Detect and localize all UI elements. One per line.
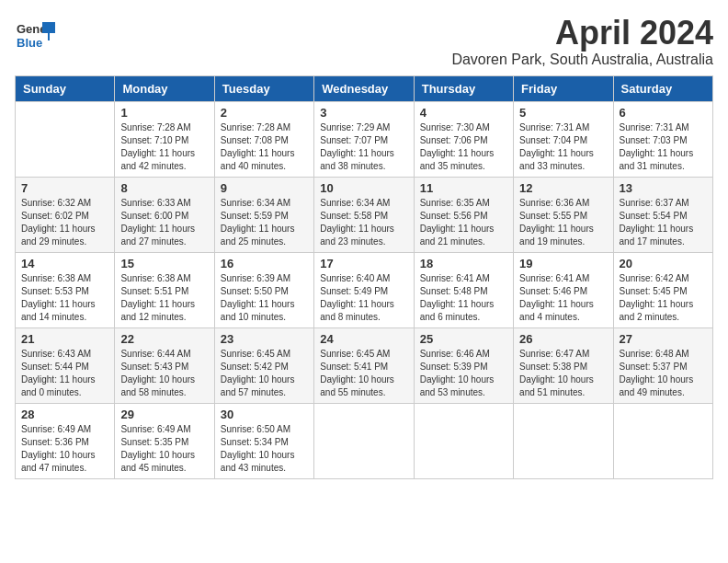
day-info: Sunrise: 6:41 AM Sunset: 5:46 PM Dayligh… [519,272,607,324]
day-number: 25 [420,332,507,346]
calendar-cell: 7Sunrise: 6:32 AM Sunset: 6:02 PM Daylig… [16,177,115,252]
calendar-cell: 20Sunrise: 6:42 AM Sunset: 5:45 PM Dayli… [613,252,712,327]
calendar-cell: 19Sunrise: 6:41 AM Sunset: 5:46 PM Dayli… [514,252,613,327]
calendar-cell: 3Sunrise: 7:29 AM Sunset: 7:07 PM Daylig… [314,101,414,177]
calendar-cell: 18Sunrise: 6:41 AM Sunset: 5:48 PM Dayli… [414,252,513,327]
day-number: 11 [420,181,507,195]
day-info: Sunrise: 6:32 AM Sunset: 6:02 PM Dayligh… [21,197,108,248]
month-title: April 2024 [451,15,713,52]
header-tuesday: Tuesday [214,75,313,101]
calendar-cell: 10Sunrise: 6:34 AM Sunset: 5:58 PM Dayli… [314,177,414,252]
header-sunday: Sunday [16,75,115,101]
day-info: Sunrise: 6:48 AM Sunset: 5:37 PM Dayligh… [620,348,707,399]
day-info: Sunrise: 6:38 AM Sunset: 5:53 PM Dayligh… [21,272,108,324]
day-number: 20 [620,257,707,270]
day-number: 6 [620,106,707,120]
day-info: Sunrise: 6:47 AM Sunset: 5:38 PM Dayligh… [519,348,607,399]
calendar-week-1: 1Sunrise: 7:28 AM Sunset: 7:10 PM Daylig… [16,101,713,177]
calendar-cell [314,403,414,478]
day-info: Sunrise: 6:34 AM Sunset: 5:59 PM Dayligh… [221,197,308,248]
day-number: 5 [519,106,607,120]
calendar-cell: 23Sunrise: 6:45 AM Sunset: 5:42 PM Dayli… [214,327,313,403]
day-info: Sunrise: 6:50 AM Sunset: 5:34 PM Dayligh… [221,423,308,475]
title-area: April 2024 Davoren Park, South Australia… [451,15,713,68]
day-info: Sunrise: 6:45 AM Sunset: 5:41 PM Dayligh… [320,348,407,399]
svg-marker-2 [42,22,55,40]
day-number: 21 [21,332,108,346]
day-number: 12 [519,181,607,195]
day-info: Sunrise: 6:38 AM Sunset: 5:51 PM Dayligh… [120,272,208,324]
location: Davoren Park, South Australia, Australia [451,52,713,68]
day-info: Sunrise: 6:42 AM Sunset: 5:45 PM Dayligh… [620,272,707,324]
calendar-week-5: 28Sunrise: 6:49 AM Sunset: 5:36 PM Dayli… [16,403,713,478]
calendar-cell: 14Sunrise: 6:38 AM Sunset: 5:53 PM Dayli… [16,252,115,327]
calendar-cell: 22Sunrise: 6:44 AM Sunset: 5:43 PM Dayli… [115,327,214,403]
calendar-header-row: SundayMondayTuesdayWednesdayThursdayFrid… [16,75,713,101]
day-number: 30 [221,408,308,421]
calendar-cell: 8Sunrise: 6:33 AM Sunset: 6:00 PM Daylig… [115,177,214,252]
calendar-cell: 28Sunrise: 6:49 AM Sunset: 5:36 PM Dayli… [16,403,115,478]
svg-text:Blue: Blue [17,36,42,50]
calendar-table: SundayMondayTuesdayWednesdayThursdayFrid… [15,75,713,479]
header-monday: Monday [115,75,214,101]
calendar-cell: 17Sunrise: 6:40 AM Sunset: 5:49 PM Dayli… [314,252,414,327]
calendar-cell [414,403,513,478]
day-number: 26 [519,332,607,346]
header-friday: Friday [514,75,613,101]
calendar-cell: 30Sunrise: 6:50 AM Sunset: 5:34 PM Dayli… [214,403,313,478]
header-wednesday: Wednesday [314,75,414,101]
calendar-cell: 5Sunrise: 7:31 AM Sunset: 7:04 PM Daylig… [514,101,613,177]
day-info: Sunrise: 6:43 AM Sunset: 5:44 PM Dayligh… [21,348,108,399]
day-info: Sunrise: 7:29 AM Sunset: 7:07 PM Dayligh… [320,121,407,173]
calendar-week-2: 7Sunrise: 6:32 AM Sunset: 6:02 PM Daylig… [16,177,713,252]
day-info: Sunrise: 7:28 AM Sunset: 7:08 PM Dayligh… [221,121,308,173]
day-number: 8 [120,181,208,195]
day-number: 16 [221,257,308,270]
day-number: 1 [120,106,208,120]
calendar-cell [514,403,613,478]
calendar-cell: 16Sunrise: 6:39 AM Sunset: 5:50 PM Dayli… [214,252,313,327]
day-info: Sunrise: 6:35 AM Sunset: 5:56 PM Dayligh… [420,197,507,248]
header-saturday: Saturday [613,75,712,101]
day-info: Sunrise: 7:28 AM Sunset: 7:10 PM Dayligh… [120,121,208,173]
calendar-week-4: 21Sunrise: 6:43 AM Sunset: 5:44 PM Dayli… [16,327,713,403]
page-header: General Blue April 2024 Davoren Park, So… [15,15,713,68]
day-number: 10 [320,181,407,195]
day-number: 15 [120,257,208,270]
calendar-cell: 9Sunrise: 6:34 AM Sunset: 5:59 PM Daylig… [214,177,313,252]
day-number: 24 [320,332,407,346]
calendar-cell: 11Sunrise: 6:35 AM Sunset: 5:56 PM Dayli… [414,177,513,252]
calendar-cell: 2Sunrise: 7:28 AM Sunset: 7:08 PM Daylig… [214,101,313,177]
day-number: 29 [120,408,208,421]
day-info: Sunrise: 6:33 AM Sunset: 6:00 PM Dayligh… [120,197,208,248]
logo: General Blue [15,15,55,55]
calendar-cell: 29Sunrise: 6:49 AM Sunset: 5:35 PM Dayli… [115,403,214,478]
day-number: 17 [320,257,407,270]
day-number: 7 [21,181,108,195]
header-thursday: Thursday [414,75,513,101]
day-number: 14 [21,257,108,270]
calendar-cell: 13Sunrise: 6:37 AM Sunset: 5:54 PM Dayli… [613,177,712,252]
calendar-cell: 25Sunrise: 6:46 AM Sunset: 5:39 PM Dayli… [414,327,513,403]
calendar-cell: 24Sunrise: 6:45 AM Sunset: 5:41 PM Dayli… [314,327,414,403]
day-info: Sunrise: 6:45 AM Sunset: 5:42 PM Dayligh… [221,348,308,399]
day-number: 13 [620,181,707,195]
day-info: Sunrise: 6:40 AM Sunset: 5:49 PM Dayligh… [320,272,407,324]
day-info: Sunrise: 6:39 AM Sunset: 5:50 PM Dayligh… [221,272,308,324]
day-number: 2 [221,106,308,120]
day-info: Sunrise: 6:37 AM Sunset: 5:54 PM Dayligh… [620,197,707,248]
day-number: 22 [120,332,208,346]
day-info: Sunrise: 6:44 AM Sunset: 5:43 PM Dayligh… [120,348,208,399]
day-number: 9 [221,181,308,195]
calendar-cell: 21Sunrise: 6:43 AM Sunset: 5:44 PM Dayli… [16,327,115,403]
logo-icon: General Blue [15,15,55,55]
day-info: Sunrise: 6:41 AM Sunset: 5:48 PM Dayligh… [420,272,507,324]
calendar-cell: 4Sunrise: 7:30 AM Sunset: 7:06 PM Daylig… [414,101,513,177]
day-number: 3 [320,106,407,120]
calendar-cell: 6Sunrise: 7:31 AM Sunset: 7:03 PM Daylig… [613,101,712,177]
calendar-cell: 15Sunrise: 6:38 AM Sunset: 5:51 PM Dayli… [115,252,214,327]
day-info: Sunrise: 6:49 AM Sunset: 5:35 PM Dayligh… [120,423,208,475]
calendar-cell: 26Sunrise: 6:47 AM Sunset: 5:38 PM Dayli… [514,327,613,403]
day-info: Sunrise: 6:34 AM Sunset: 5:58 PM Dayligh… [320,197,407,248]
day-number: 28 [21,408,108,421]
